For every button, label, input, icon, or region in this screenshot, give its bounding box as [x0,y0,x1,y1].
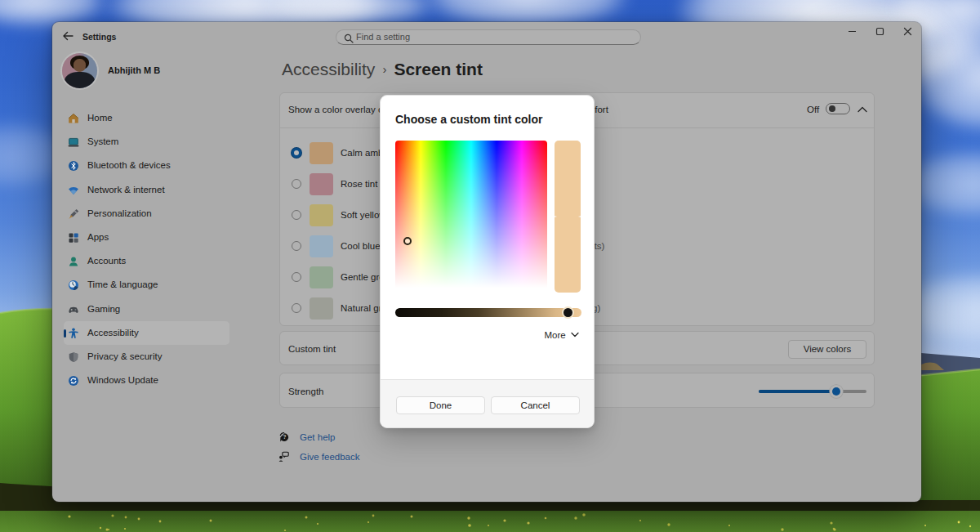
svg-text:?: ? [283,434,286,440]
